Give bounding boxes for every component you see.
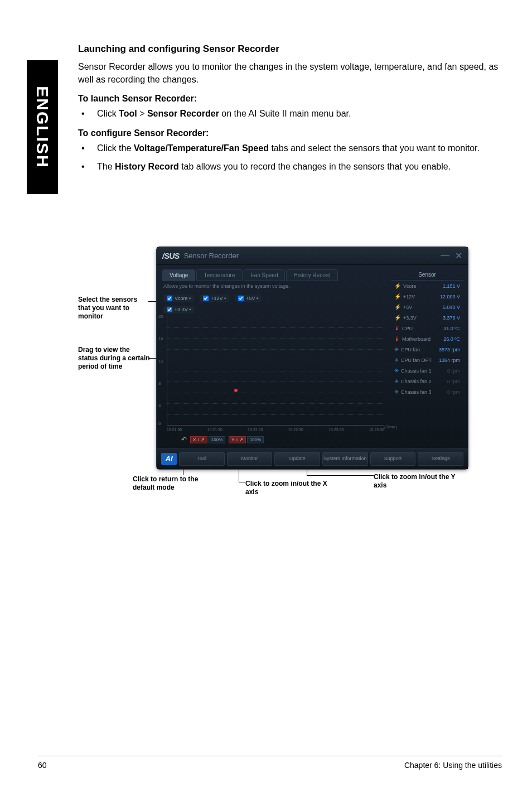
annot-zoomx: Click to zoom in/out the X axis [245,480,335,496]
sensor-value: 1.151 V [443,283,460,289]
sensor-label: +12V [403,294,415,299]
sensor-row: 🌡Motherboard26.0 ºC [391,334,463,344]
annot-line [307,475,374,476]
tab-voltage[interactable]: Voltage [162,269,195,281]
chk-5v[interactable]: +5V • [235,294,262,302]
y-tick: 16 [158,336,163,341]
sensor-label: +3.3V [403,315,417,321]
annot-zoomy: Click to zoom in/out the Y axis [374,473,463,490]
bolt-icon: ⚡ [394,315,401,321]
fan-icon: ✳ [394,389,399,395]
tab-fanspeed[interactable]: Fan Speed [244,269,286,281]
sensor-row: ✳Chassis fan 10 rpm [391,365,463,376]
y-tick: 8 [158,381,161,386]
sensor-row: ⚡+5V5.040 V [391,302,463,312]
language-label: ENGLISH [33,86,52,168]
tab-temperature[interactable]: Temperature [196,269,242,281]
config-bullet-2: The History Record tab allows you to rec… [97,160,502,173]
fan-icon: ✳ [394,378,399,384]
btn-settings[interactable]: Settings [418,452,463,466]
sensor-value: 12.003 V [440,294,460,299]
sensor-label: CPU fan [401,347,420,352]
config-heading: To configure Sensor Recorder: [78,128,502,138]
sensor-value: 31.0 ºC [443,326,460,331]
btn-support[interactable]: Support [370,452,416,466]
sensor-row: 🌡CPU31.0 ºC [391,323,463,334]
zoom-y: Y ↕ ↗ 100% [229,436,264,443]
sensor-label: Vcore [403,283,417,289]
chk-12v[interactable]: +12V • [200,294,229,302]
y-tick: 20 [158,314,163,319]
launch-bullet: Click Tool > Sensor Recorder on the AI S… [97,107,502,120]
btn-update[interactable]: Update [274,452,320,466]
sensor-value: 3.376 V [443,315,460,321]
bolt-icon: ⚡ [394,304,401,310]
chart-marker[interactable] [234,389,238,392]
zoom-y-value: 100% [247,436,264,443]
page-number: 60 [38,761,47,770]
config-bullet-1: Click the Voltage/Temperature/Fan Speed … [97,142,502,154]
section-title: Launching and configuring Sensor Recorde… [78,44,502,55]
btn-tool[interactable]: Tool [179,452,225,466]
close-icon[interactable]: ✕ [455,250,462,261]
bottom-toolbar: AI Tool Monitor Update System Informatio… [157,448,468,469]
sensor-panel-head: Sensor [391,269,463,281]
annot-select: Select the sensors that you want to moni… [78,296,151,321]
bolt-icon: ⚡ [394,293,401,299]
annot-drag: Drag to view the status during a certain… [78,346,151,371]
sensor-value: 0 rpm [447,368,460,374]
therm-icon: 🌡 [394,336,400,342]
language-tab: ENGLISH [27,60,58,194]
zoom-controls: ↶ X ↕ ↗ 100% Y ↕ ↗ 100% [181,436,264,443]
sensor-value: 0 rpm [447,379,460,384]
bolt-icon: ⚡ [394,283,401,289]
footer-divider [38,756,502,756]
sensor-label: Chassis fan 3 [401,389,432,395]
therm-icon: 🌡 [394,325,400,331]
sensor-row: ⚡Vcore1.151 V [391,281,463,291]
annot-return: Click to return to the default mode [133,475,205,492]
sensor-label: CPU [402,326,413,331]
sensor-label: +5V [403,305,412,310]
annot-line [239,482,245,482]
fan-icon: ✳ [394,346,399,352]
fan-icon: ✳ [394,368,399,374]
btn-monitor[interactable]: Monitor [227,452,273,466]
minimize-icon[interactable]: — [441,250,449,261]
sensor-label: CPU fan OPT [401,357,432,363]
sensor-value: 3573 rpm [439,347,460,352]
btn-sysinfo[interactable]: System Information [322,452,368,466]
intro-text: Sensor Recorder allows you to monitor th… [78,60,502,86]
chapter-label: Chapter 6: Using the utilities [404,761,502,770]
chk-33v[interactable]: +3.3V • [163,306,194,313]
x-axis-ticks: 15:21:00 15:21:30 15:22:00 15:22:30 15:2… [167,428,384,432]
time-axis-label: (Time) [384,424,397,429]
zoom-x-minus[interactable]: X ↕ ↗ [190,436,207,443]
sensor-recorder-window: /SUS Sensor Recorder — ✕ Voltage Tempera… [156,247,468,470]
chk-vcore[interactable]: Vcore • [163,294,194,302]
sensor-label: Chassis fan 1 [401,368,432,374]
y-tick: 12 [158,359,163,364]
sensor-label: Motherboard [402,336,431,342]
tab-history[interactable]: History Record [286,269,337,281]
zoom-x-value: 100% [209,436,225,443]
undo-icon[interactable]: ↶ [181,436,187,443]
sensor-row: ✳CPU fan3573 rpm [391,344,463,355]
chart-area[interactable]: 20 16 12 8 4 0 [167,316,384,426]
sensor-value: 5.040 V [443,305,460,310]
window-title: Sensor Recorder [184,252,239,260]
titlebar[interactable]: /SUS Sensor Recorder — ✕ [157,247,468,265]
sensor-row: ✳Chassis fan 30 rpm [391,386,463,397]
sensor-row: ⚡+12V12.003 V [391,291,463,302]
zoom-y-minus[interactable]: Y ↕ ↗ [229,436,246,443]
zoom-x: X ↕ ↗ 100% [190,436,225,443]
fan-icon: ✳ [394,357,399,363]
sensor-row: ✳Chassis fan 20 rpm [391,376,463,386]
page-footer: 60 Chapter 6: Using the utilities [38,761,502,770]
sensor-value: 1364 rpm [439,357,460,363]
y-tick: 0 [158,421,161,426]
ai-logo-icon[interactable]: AI [161,453,177,465]
launch-heading: To launch Sensor Recorder: [78,94,502,104]
sensor-panel: Sensor ⚡Vcore1.151 V⚡+12V12.003 V⚡+5V5.0… [391,269,463,397]
y-tick: 4 [158,403,161,408]
